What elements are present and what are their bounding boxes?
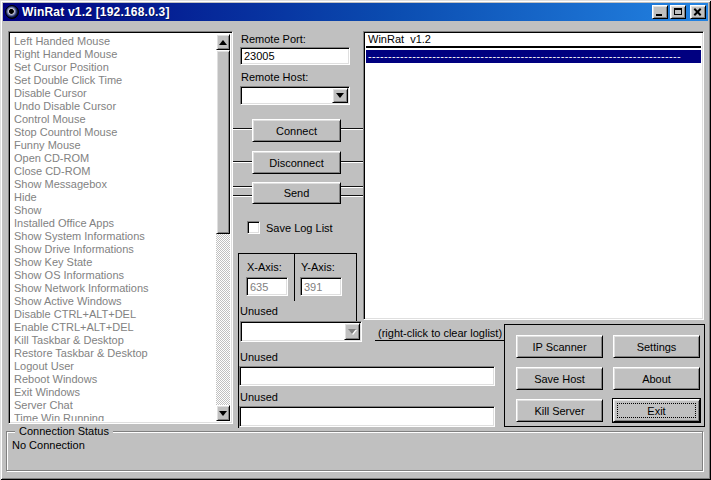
dropdown-arrow-icon: [336, 93, 344, 98]
divider-line: [341, 195, 363, 197]
command-list-item[interactable]: Time Win Running: [14, 412, 216, 421]
remote-host-combobox[interactable]: [240, 86, 350, 105]
divider-line: [233, 128, 252, 130]
axis-box-line: [238, 253, 356, 254]
maximize-icon: [674, 8, 682, 15]
command-list-item[interactable]: Restore Taskbar & Desktop: [14, 347, 216, 360]
command-list-item[interactable]: Open CD-ROM: [14, 152, 216, 165]
scroll-up-icon: [219, 40, 227, 45]
command-list-item[interactable]: Control Mouse: [14, 113, 216, 126]
command-list-scrollbar[interactable]: [216, 34, 230, 421]
minimize-icon: [656, 14, 662, 16]
save-host-button[interactable]: Save Host: [516, 367, 603, 390]
x-axis-label: X-Axis:: [247, 261, 282, 273]
ip-scanner-button[interactable]: IP Scanner: [516, 335, 603, 358]
exit-button[interactable]: Exit: [613, 399, 700, 422]
command-list-item[interactable]: Server Chat: [14, 399, 216, 412]
x-axis-input[interactable]: [246, 277, 288, 296]
unused-field3-label: Unused: [240, 391, 278, 403]
command-list-item[interactable]: Show System Informations: [14, 230, 216, 243]
unused-dropdown-button[interactable]: [344, 323, 360, 340]
scrollbar-thumb[interactable]: [216, 50, 230, 234]
divider-line: [341, 186, 363, 188]
connection-status-label: Connection Status: [15, 425, 113, 437]
connection-status-groupbox: Connection Status No Connection: [6, 431, 703, 471]
command-list-item[interactable]: Undo Disable Cursor: [14, 100, 216, 113]
dropdown-arrow-icon: [348, 329, 356, 334]
command-list-item[interactable]: Funny Mouse: [14, 139, 216, 152]
command-list-item[interactable]: Installed Office Apps: [14, 217, 216, 230]
close-button[interactable]: [690, 5, 706, 19]
remote-host-dropdown-button[interactable]: [332, 88, 348, 103]
command-list-item[interactable]: Disable Cursor: [14, 87, 216, 100]
window-title: WinRat v1.2 [192.168.0.3]: [22, 5, 170, 19]
log-underline: [366, 46, 701, 48]
axis-box-line: [356, 253, 357, 326]
loglist-hint: (right-click to clear loglist): [378, 327, 502, 339]
disconnect-button[interactable]: Disconnect: [252, 151, 341, 174]
divider-line: [233, 161, 252, 163]
maximize-button[interactable]: [670, 5, 686, 19]
command-list-item[interactable]: Show Drive Informations: [14, 243, 216, 256]
command-list-item[interactable]: Left Handed Mouse: [14, 35, 216, 48]
command-list-item[interactable]: Show Active Windows: [14, 295, 216, 308]
unused-input-3[interactable]: [239, 406, 495, 427]
remote-port-input[interactable]: [240, 47, 350, 65]
command-list-item[interactable]: Stop Countrol Mouse: [14, 126, 216, 139]
divider-line: [233, 195, 252, 197]
divider-line: [341, 161, 363, 163]
command-list-item[interactable]: Show: [14, 204, 216, 217]
settings-button[interactable]: Settings: [613, 335, 700, 358]
command-list-item[interactable]: Show Key State: [14, 256, 216, 269]
divider-line: [233, 186, 252, 188]
command-list-item[interactable]: Exit Windows: [14, 386, 216, 399]
command-listbox[interactable]: Left Handed MouseRight Handed MouseSet C…: [8, 31, 233, 424]
unused-combo-label: Unused: [240, 305, 278, 317]
scroll-down-icon: [219, 411, 227, 416]
winrat-window: WinRat v1.2 [192.168.0.3] Left Handed Mo…: [0, 0, 711, 480]
y-axis-label: Y-Axis:: [301, 261, 335, 273]
remote-host-label: Remote Host:: [241, 71, 308, 83]
connection-status-value: No Connection: [12, 439, 85, 451]
scroll-up-button[interactable]: [216, 34, 230, 50]
titlebar[interactable]: WinRat v1.2 [192.168.0.3]: [3, 3, 708, 21]
command-list-item[interactable]: Reboot Windows: [14, 373, 216, 386]
command-list-item[interactable]: Enable CTRL+ALT+DEL: [14, 321, 216, 334]
hint-underline: [375, 340, 505, 341]
command-list-item[interactable]: Set Double Click Time: [14, 74, 216, 87]
axis-box-line: [294, 253, 295, 301]
y-axis-input[interactable]: [300, 277, 342, 296]
minimize-button[interactable]: [652, 5, 668, 19]
log-item-selected[interactable]: ----------------------------------------…: [366, 50, 701, 63]
unused-combobox[interactable]: [240, 321, 362, 342]
about-button[interactable]: About: [613, 367, 700, 390]
command-list-item[interactable]: Right Handed Mouse: [14, 48, 216, 61]
axis-box-line: [238, 253, 239, 428]
app-icon: [5, 5, 19, 19]
save-log-list-label: Save Log List: [266, 222, 333, 234]
scrollbar-track[interactable]: [216, 234, 230, 405]
unused-input-2[interactable]: [239, 366, 495, 386]
command-list-item[interactable]: Hide: [14, 191, 216, 204]
divider-line: [341, 128, 363, 130]
scroll-down-button[interactable]: [216, 405, 230, 421]
command-list-item[interactable]: Show Network Informations: [14, 282, 216, 295]
save-log-list-checkbox[interactable]: [247, 221, 260, 234]
kill-server-button[interactable]: Kill Server: [516, 399, 603, 422]
command-list-item[interactable]: Logout User: [14, 360, 216, 373]
log-item-title[interactable]: WinRat v1.2: [366, 34, 701, 45]
log-listbox[interactable]: WinRat v1.2 ----------------------------…: [363, 31, 704, 320]
send-button[interactable]: Send: [252, 182, 341, 204]
remote-port-label: Remote Port:: [241, 33, 306, 45]
command-list-item[interactable]: Disable CTRL+ALT+DEL: [14, 308, 216, 321]
command-list-item[interactable]: Close CD-ROM: [14, 165, 216, 178]
unused-field2-label: Unused: [240, 351, 278, 363]
connect-button[interactable]: Connect: [252, 119, 341, 142]
command-list-item[interactable]: Show Messagebox: [14, 178, 216, 191]
command-list-item[interactable]: Kill Taskbar & Desktop: [14, 334, 216, 347]
command-list-item[interactable]: Show OS Informations: [14, 269, 216, 282]
command-list-item[interactable]: Set Cursor Position: [14, 61, 216, 74]
